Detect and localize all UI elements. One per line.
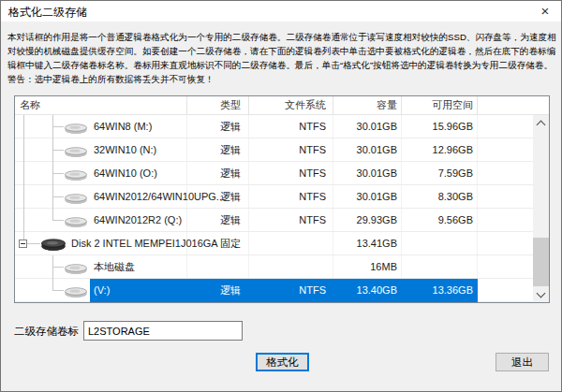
name-cell: 64WIN2012/64WIN10UPG...: [15, 185, 187, 208]
scroll-down-button[interactable]: [533, 286, 549, 302]
tree-connector: [53, 220, 64, 221]
description-line: 本对话框的作用是将一个普通逻辑卷格式化为一个专用的二级存储卷。二级存储卷通常位于…: [7, 30, 560, 44]
chevron-down-icon: [537, 288, 546, 298]
chevron-up-icon: [537, 120, 546, 129]
volume-icon: [64, 260, 88, 274]
name-cell: 64WIN8 (M:): [15, 115, 187, 138]
close-icon: ×: [541, 4, 550, 18]
filesystem-cell: NTFS: [249, 138, 333, 161]
filler-cell: [478, 138, 533, 161]
volume-name: 64WIN8 (M:): [94, 115, 152, 138]
format-button[interactable]: 格式化: [256, 353, 309, 371]
capacity-cell: 30.01GB: [333, 162, 402, 184]
volume-label-input[interactable]: [83, 321, 243, 341]
name-cell: 64WIN2012R2 (Q:): [15, 209, 187, 231]
capacity-cell: 13.41GB: [333, 232, 402, 254]
tree-connector: [27, 243, 40, 244]
type-cell: 逻辑: [187, 162, 249, 184]
column-header-type[interactable]: 类型: [187, 96, 249, 114]
close-button[interactable]: ×: [529, 1, 561, 21]
table-row[interactable]: 64WIN2012R2 (Q:)逻辑NTFS29.93GB9.56GB: [15, 209, 533, 232]
column-header-free-space[interactable]: 可用空间: [402, 96, 478, 114]
capacity-cell: 29.93GB: [333, 209, 402, 231]
free-space-cell: 7.59GB: [402, 162, 478, 184]
filler-cell: [478, 232, 533, 254]
volume-icon: [64, 190, 88, 204]
name-cell: Disk 2 INTEL MEMPEI1J016GA: [15, 232, 187, 254]
capacity-cell: 30.01GB: [333, 115, 402, 138]
capacity-cell: 13.40GB: [333, 279, 402, 301]
tree-line: [23, 138, 24, 162]
column-header-capacity[interactable]: 容量: [333, 96, 402, 114]
tree-connector: [53, 126, 64, 127]
list-body: 64WIN8 (M:)逻辑NTFS30.01GB15.96GB32WIN10 (…: [15, 115, 533, 302]
volume-icon: [64, 143, 88, 157]
filesystem-cell: NTFS: [249, 115, 333, 138]
scroll-up-button[interactable]: [533, 115, 549, 131]
minus-glyph: [21, 243, 25, 244]
volume-name: 本地磁盘: [94, 255, 135, 279]
name-cell: (V:): [15, 279, 187, 301]
table-row[interactable]: 64WIN2012/64WIN10UPG...逻辑NTFS30.01GB8.30…: [15, 185, 533, 209]
free-space-cell: 8.30GB: [402, 185, 478, 208]
filesystem-cell: [249, 255, 333, 278]
filler-cell: [478, 279, 533, 301]
name-cell: 本地磁盘: [15, 255, 187, 278]
name-cell: 32WIN10 (N:): [15, 138, 187, 161]
table-row[interactable]: 64WIN10 (O:)逻辑NTFS30.01GB7.59GB: [15, 162, 533, 185]
filler-cell: [478, 162, 533, 184]
capacity-cell: 30.01GB: [333, 138, 402, 161]
column-header-name[interactable]: 名称: [15, 96, 187, 114]
filler-cell: [478, 255, 533, 278]
table-row[interactable]: 本地磁盘16MB: [15, 255, 533, 279]
capacity-cell: 30.01GB: [333, 185, 402, 208]
type-cell: 逻辑: [187, 138, 249, 161]
filler-cell: [478, 185, 533, 208]
exit-button[interactable]: 退出: [495, 353, 549, 371]
capacity-cell: 16MB: [333, 255, 402, 278]
free-space-cell: 15.96GB: [402, 115, 478, 138]
volume-icon: [64, 213, 88, 227]
volume-icon: [64, 120, 88, 134]
volume-name: 32WIN10 (N:): [94, 138, 156, 162]
type-cell: [187, 255, 249, 278]
disk-icon: [40, 236, 67, 252]
tree-connector: [53, 196, 64, 197]
table-row[interactable]: Disk 2 INTEL MEMPEI1J016GA固定13.41GB: [15, 232, 533, 255]
format-secondary-storage-dialog: 格式化二级存储 × 本对话框的作用是将一个普通逻辑卷格式化为一个专用的二级存储卷…: [0, 0, 562, 392]
type-cell: 逻辑: [187, 209, 249, 231]
type-cell: 逻辑: [187, 185, 249, 208]
free-space-cell: 9.56GB: [402, 209, 478, 231]
window-title: 格式化二级存储: [8, 5, 87, 21]
volume-icon: [64, 167, 88, 181]
type-cell: 逻辑: [187, 279, 249, 301]
volume-name: 64WIN2012R2 (Q:): [94, 209, 182, 232]
table-row[interactable]: (V:)逻辑NTFS13.40GB13.36GB: [15, 279, 533, 302]
table-row[interactable]: 64WIN8 (M:)逻辑NTFS30.01GB15.96GB: [15, 115, 533, 138]
tree-line: [23, 115, 24, 138]
tree-line: [23, 185, 24, 209]
tree-connector: [53, 290, 64, 291]
volume-name: 64WIN10 (O:): [94, 162, 157, 185]
name-cell: 64WIN10 (O:): [15, 162, 187, 184]
volume-name: (V:): [94, 279, 110, 302]
free-space-cell: [402, 255, 478, 278]
description-line: 对较慢的机械磁盘提供缓存空间。如要创建一个二级存储卷，请在下面的逻辑卷列表中单击…: [7, 44, 560, 58]
column-header-filler: [478, 96, 549, 114]
volume-label-label: 二级存储卷标: [14, 325, 79, 339]
filesystem-cell: NTFS: [249, 162, 333, 184]
description-text: 本对话框的作用是将一个普通逻辑卷格式化为一个专用的二级存储卷。二级存储卷通常位于…: [7, 30, 560, 86]
title-bar[interactable]: 格式化二级存储 ×: [1, 1, 561, 22]
column-header-filesystem[interactable]: 文件系统: [249, 96, 333, 114]
type-cell: 固定: [187, 232, 249, 254]
tree-connector: [53, 150, 64, 151]
volume-list: 名称类型文件系统容量可用空间 64WIN8 (M:)逻辑NTFS30.01GB1…: [14, 95, 550, 303]
vertical-scrollbar[interactable]: [533, 115, 549, 302]
description-line: 辑框中键入二级存储卷标名称。卷标用来直观地标识不同的二级存储卷。最后，单击“格式…: [7, 58, 560, 72]
tree-collapse-icon[interactable]: [19, 240, 27, 248]
table-row[interactable]: 32WIN10 (N:)逻辑NTFS30.01GB12.96GB: [15, 138, 533, 162]
filler-cell: [478, 115, 533, 138]
scrollbar-thumb[interactable]: [533, 238, 549, 286]
filesystem-cell: [249, 232, 333, 254]
tree-line: [23, 209, 24, 232]
